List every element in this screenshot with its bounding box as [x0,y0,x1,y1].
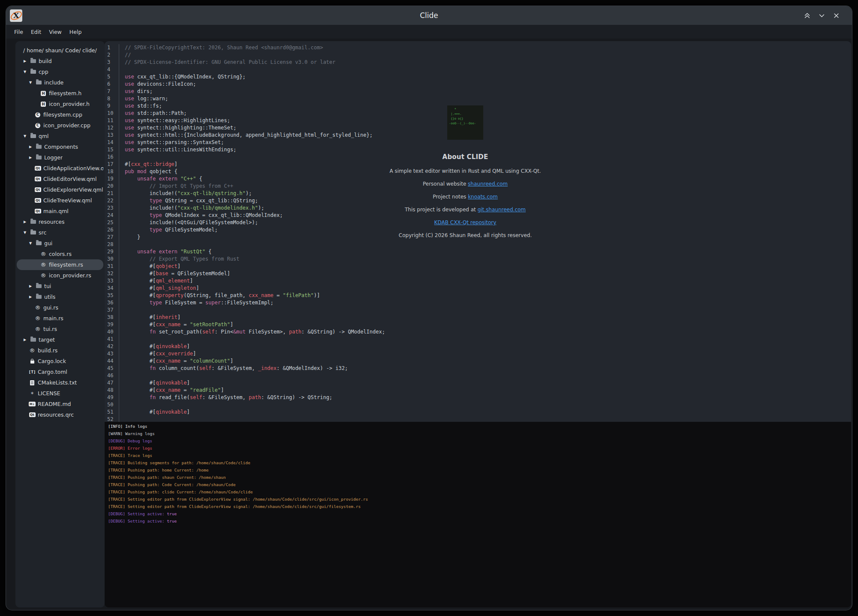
tree-item-include[interactable]: ▼include [17,77,103,88]
menu-help[interactable]: Help [66,27,86,36]
folder-icon [30,231,36,234]
log-line-debug: [DEBUG] Debug logs [108,437,851,445]
x-logo-icon: X [13,11,19,20]
line-content: type FileSystem = super::FileSystemImpl; [119,299,274,306]
line-content [119,153,125,161]
tree-item-cargo-toml[interactable]: [T]Cargo.toml [17,367,103,377]
line-number: 26 [105,226,119,234]
tree-item-qml[interactable]: ▼qml [17,131,103,141]
code-line: 43 #[cxx_override] [105,350,851,358]
code-line: 38 #[inherit] [105,314,851,321]
tree-item-target[interactable]: ▶target [17,334,103,345]
maximize-button[interactable] [804,12,811,19]
line-content: #[cxx_name = "columnCount"] [119,358,233,365]
close-button[interactable] [833,12,840,19]
log-line-trace: [TRACE] Trace logs [108,452,851,459]
code-line: 32 #[base = QFileSystemModel] [105,270,851,277]
line-number: 31 [105,263,119,270]
tree-item-gui[interactable]: ▼gui [17,238,103,249]
tree-item-filesystem-rs[interactable]: ®filesystem.rs [17,259,103,270]
tree-item-filesystem-h[interactable]: Hfilesystem.h [17,88,103,99]
qt-icon: Qt [34,209,41,213]
line-content: type QModelIndex = cxx_qt_lib::QModelInd… [119,212,283,219]
line-content: #[cxx_qt::bridge] [119,161,178,168]
qt-icon: Qt [34,177,41,181]
tree-item-resources[interactable]: ▶resources [17,216,103,227]
tree-item-label: build.rs [38,347,57,354]
line-number: 18 [105,168,119,175]
title-bar[interactable]: X Clide [6,6,852,25]
line-content [119,416,125,422]
tree-item-main-qml[interactable]: Qtmain.qml [17,206,103,216]
log-line-info: [INFO] Info logs [108,423,851,430]
line-number: 29 [105,248,119,255]
menu-file[interactable]: File [10,27,27,36]
tree-item-clideapplicationview-qml[interactable]: QtClideApplicationView.qml [17,163,103,174]
line-number: 11 [105,117,119,124]
line-number: 50 [105,401,119,409]
line-number: 32 [105,270,119,277]
chevron-right-icon: ▶ [29,145,35,149]
line-number: 46 [105,372,119,379]
line-content: // Export QML Types from Rust [119,255,239,263]
line-content: pub mod qobject { [119,168,178,175]
line-content: use syntect::util::LinesWithEndings; [119,146,236,153]
tree-item-colors-rs[interactable]: ®colors.rs [17,249,103,259]
tree-item-src[interactable]: ▼src [17,227,103,238]
tree-item-tui-rs[interactable]: ®tui.rs [17,324,103,334]
line-content: #[cxx_name = "setRootPath"] [119,321,233,328]
rust-icon: ® [34,305,41,310]
tree-item-cargo-lock[interactable]: Cargo.lock [17,356,103,367]
minimize-button[interactable] [818,12,825,19]
tree-item-tui[interactable]: ▶tui [17,281,103,291]
tree-item-license[interactable]: ✶LICENSE [17,388,103,399]
link-kdab-cxx-qt-repository[interactable]: KDAB CXX-Qt repository [434,219,497,225]
about-title: About CLIDE [375,153,555,161]
line-number: 38 [105,314,119,321]
tree-item-build-rs[interactable]: ®build.rs [17,345,103,356]
menu-edit[interactable]: Edit [27,27,45,36]
tree-item-resources-qrc[interactable]: Qtresources.qrc [17,409,103,420]
tree-item-icon-provider-rs[interactable]: ®icon_provider.rs [17,270,103,281]
folder-icon [35,284,42,288]
tree-item-readme-md[interactable]: M↓README.md [17,399,103,409]
line-number: 33 [105,277,119,285]
line-content: // SPDX-License-Identifier: GNU General … [119,59,335,66]
tree-item-components[interactable]: ▶Components [17,141,103,152]
tree-item-cmakelists-txt[interactable]: CMakeLists.txt [17,377,103,388]
file-tree-panel[interactable]: / home/ shaun/ Code/ clide/ ▶build▼cpp▼i… [15,41,105,607]
tree-item-label: icon_provider.rs [49,272,91,279]
line-number: 47 [105,379,119,387]
line-number: 12 [105,124,119,132]
log-line-trace: [TRACE] Setting editor path from ClideEx… [108,503,851,510]
line-number: 3 [105,59,119,66]
line-content: unsafe extern "C++" { [119,175,202,183]
log-line-warn: [WARN] Warning logs [108,430,851,437]
line-content: use syntect::highlighting::ThemeSet; [119,124,236,132]
tree-item-utils[interactable]: ▶utils [17,291,103,302]
tree-item-label: Cargo.lock [38,358,66,364]
tree-item-clideeditorview-qml[interactable]: QtClideEditorView.qml [17,174,103,184]
menu-view[interactable]: View [45,27,66,36]
tree-item-build[interactable]: ▶build [17,56,103,66]
tree-item-clideexplorerview-qml[interactable]: QtClideExplorerView.qml [17,184,103,195]
close-icon [833,12,840,19]
line-content: type QFileSystemModel; [119,226,218,234]
tree-item-cpp[interactable]: ▼cpp [17,66,103,77]
link-shaunreed-com[interactable]: shaunreed.com [468,181,508,187]
tree-item-main-rs[interactable]: ®main.rs [17,313,103,324]
tree-item-filesystem-cpp[interactable]: Cfilesystem.cpp [17,109,103,120]
link-git-shaunreed-com[interactable]: git.shaunreed.com [478,207,526,213]
tree-item-label: qml [39,133,49,139]
tree-item-label: README.md [38,401,71,407]
tree-item-gui-rs[interactable]: ®gui.rs [17,302,103,313]
tree-item-clidetreeview-qml[interactable]: QtClideTreeView.qml [17,195,103,206]
tree-item-label: gui [44,240,52,246]
tree-item-icon-provider-cpp[interactable]: Cicon_provider.cpp [17,120,103,131]
tree-item-icon-provider-h[interactable]: Hicon_provider.h [17,99,103,109]
line-content: fn read_file(self: &FileSystem, path: &Q… [119,394,332,401]
link-knoats-com[interactable]: knoats.com [468,194,498,200]
tree-item-logger[interactable]: ▶Logger [17,152,103,163]
chevron-down-icon: ▼ [24,70,30,74]
line-content: #[cxx_override] [119,350,196,358]
